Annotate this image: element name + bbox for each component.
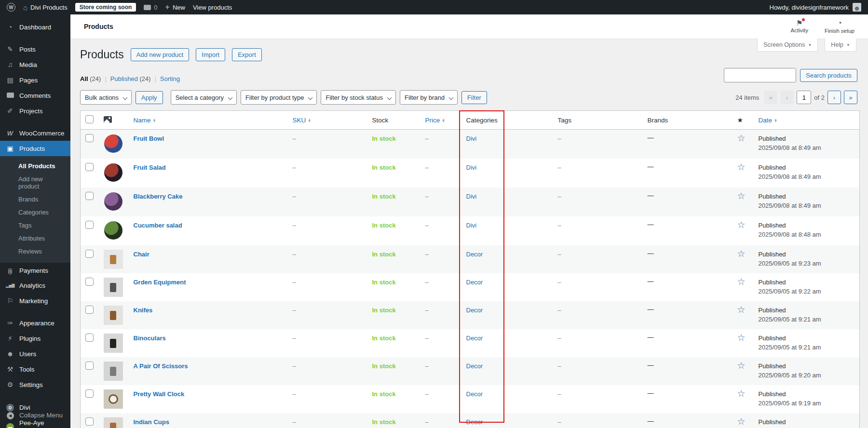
import-button[interactable]: Import (196, 48, 225, 61)
submenu-item-tags[interactable]: Tags (0, 219, 70, 232)
stock-status-filter-select[interactable]: Filter by stock status (321, 90, 395, 105)
row-checkbox[interactable] (85, 334, 94, 342)
row-checkbox[interactable] (85, 389, 94, 398)
product-name-link[interactable]: Grden Equipment (134, 278, 186, 286)
category-link[interactable]: Decor (466, 417, 483, 426)
product-name-link[interactable]: Pretty Wall Clock (134, 389, 185, 398)
sidebar-item-media[interactable]: ♫Media (0, 57, 70, 72)
row-checkbox[interactable] (85, 134, 94, 142)
submenu-item-reviews[interactable]: Reviews (0, 245, 70, 258)
category-link[interactable]: Decor (466, 278, 483, 286)
search-products-button[interactable]: Search products (800, 69, 857, 82)
activity-button[interactable]: ⚑ Activity (791, 19, 808, 34)
sidebar-item-payments[interactable]: $Payments (0, 263, 70, 278)
sidebar-item-products[interactable]: ▣Products (0, 141, 70, 156)
product-thumbnail[interactable] (104, 250, 123, 269)
new-content-menu[interactable]: + New (165, 3, 185, 11)
product-name-link[interactable]: Binoculars (134, 334, 166, 342)
current-page-input[interactable] (797, 91, 811, 104)
product-name-link[interactable]: Chair (134, 250, 149, 258)
product-thumbnail[interactable] (104, 389, 123, 409)
product-thumbnail[interactable] (104, 417, 123, 428)
finish-setup-button[interactable]: ◔ Finish setup (825, 19, 854, 34)
product-thumbnail[interactable] (104, 134, 123, 153)
sidebar-item-marketing[interactable]: ⚐Marketing (0, 293, 70, 308)
product-thumbnail[interactable] (104, 361, 123, 381)
featured-star-icon[interactable]: ☆ (737, 388, 746, 399)
product-thumbnail[interactable] (104, 192, 123, 211)
row-checkbox[interactable] (85, 306, 94, 314)
sidebar-item-settings[interactable]: ⚙Settings (0, 377, 70, 392)
category-link[interactable]: Decor (466, 250, 483, 258)
row-checkbox[interactable] (85, 163, 94, 171)
next-page-button[interactable]: › (827, 91, 841, 104)
help-tab[interactable]: Help ▼ (825, 39, 856, 52)
submenu-item-categories[interactable]: Categories (0, 206, 70, 219)
screen-options-tab[interactable]: Screen Options ▼ (757, 39, 818, 52)
search-products-input[interactable] (724, 68, 796, 82)
sidebar-item-users[interactable]: ☻Users (0, 346, 70, 361)
product-type-filter-select[interactable]: Filter by product type (241, 90, 317, 105)
sidebar-item-dashboard[interactable]: ◔Dashboard (0, 19, 70, 35)
featured-star-icon[interactable]: ☆ (737, 220, 746, 230)
category-link[interactable]: Decor (466, 389, 483, 398)
view-all-link[interactable]: All (24) (80, 75, 101, 82)
first-page-button[interactable]: « (764, 91, 777, 104)
user-avatar[interactable]: ☻ (853, 3, 861, 12)
submenu-item-add-new-product[interactable]: Add new product (0, 173, 70, 193)
submenu-item-brands[interactable]: Brands (0, 193, 70, 206)
product-name-link[interactable]: Blackberry Cake (134, 192, 183, 200)
product-thumbnail[interactable] (104, 278, 123, 297)
view-products-link[interactable]: View products (193, 4, 232, 11)
product-name-link[interactable]: A Pair Of Scissors (134, 361, 188, 370)
sidebar-item-comments[interactable]: Comments (0, 88, 70, 103)
add-new-product-button[interactable]: Add new product (131, 48, 190, 61)
sidebar-item-appearance[interactable]: ✑Appearance (0, 315, 70, 331)
select-all-checkbox[interactable] (85, 115, 94, 123)
product-name-link[interactable]: Indian Cups (134, 417, 169, 426)
category-link[interactable]: Decor (466, 306, 483, 314)
submenu-item-all-products[interactable]: All Products (0, 160, 70, 173)
featured-star-icon[interactable]: ☆ (737, 133, 746, 143)
row-checkbox[interactable] (85, 250, 94, 258)
category-link[interactable]: Decor (466, 334, 483, 342)
featured-star-icon[interactable]: ☆ (737, 416, 746, 427)
row-checkbox[interactable] (85, 417, 94, 426)
bulk-actions-select[interactable]: Bulk actions (80, 90, 132, 105)
filter-button[interactable]: Filter (461, 91, 487, 104)
sidebar-item-projects[interactable]: ✐Projects (0, 103, 70, 119)
featured-star-icon[interactable]: ☆ (737, 162, 746, 172)
product-thumbnail[interactable] (104, 334, 123, 353)
site-name-menu[interactable]: ⌂ Divi Products (23, 3, 68, 12)
row-checkbox[interactable] (85, 192, 94, 200)
apply-button[interactable]: Apply (136, 91, 163, 104)
sku-column-header[interactable]: SKU▲▼ (288, 111, 367, 130)
featured-star-icon[interactable]: ☆ (737, 191, 746, 201)
category-link[interactable]: Divi (466, 221, 477, 229)
product-thumbnail[interactable] (104, 163, 123, 182)
date-column-header[interactable]: Date▲▼ (754, 111, 860, 130)
category-link[interactable]: Decor (466, 361, 483, 370)
view-sorting-link[interactable]: Sorting (160, 75, 180, 82)
category-link[interactable]: Divi (466, 163, 477, 171)
name-column-header[interactable]: Name▲▼ (129, 111, 288, 130)
product-thumbnail[interactable] (104, 306, 123, 325)
product-name-link[interactable]: Fruit Salad (134, 163, 166, 171)
product-name-link[interactable]: Cucumber salad (134, 221, 182, 229)
row-checkbox[interactable] (85, 278, 94, 286)
comments-menu[interactable]: 0 (144, 4, 157, 11)
prev-page-button[interactable]: ‹ (780, 91, 794, 104)
featured-star-icon[interactable]: ☆ (737, 305, 746, 315)
category-filter-select[interactable]: Select a category (171, 90, 237, 105)
sidebar-item-posts[interactable]: ✎Posts (0, 41, 70, 57)
product-thumbnail[interactable] (104, 221, 123, 240)
product-name-link[interactable]: Fruit Bowl (134, 134, 164, 142)
view-published-link[interactable]: Published (24) (110, 75, 151, 82)
row-checkbox[interactable] (85, 361, 94, 370)
export-button[interactable]: Export (232, 48, 262, 61)
last-page-button[interactable]: » (844, 91, 857, 104)
price-column-header[interactable]: Price▲▼ (420, 111, 461, 130)
collapse-menu-button[interactable]: ◀ Collapse Menu (0, 407, 70, 423)
featured-star-icon[interactable]: ☆ (737, 277, 746, 287)
howdy-account-menu[interactable]: Howdy, dividesignframework (770, 4, 849, 11)
